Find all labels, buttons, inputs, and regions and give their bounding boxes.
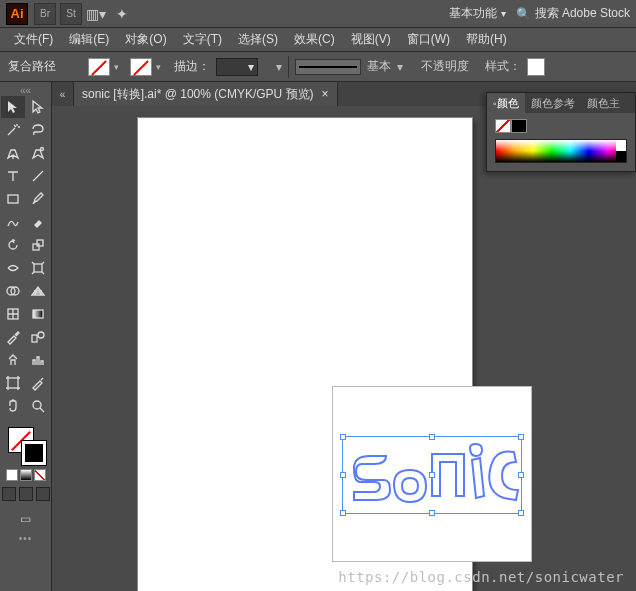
handle-br[interactable] (518, 510, 524, 516)
eraser-tool[interactable] (26, 211, 50, 233)
rotate-tool[interactable] (1, 234, 25, 256)
handle-tl[interactable] (340, 434, 346, 440)
menu-type[interactable]: 文字(T) (175, 28, 230, 51)
arrange-documents-icon[interactable]: ▥▾ (86, 4, 106, 24)
close-icon[interactable]: × (322, 87, 329, 101)
draw-inside[interactable] (36, 487, 50, 501)
curvature-tool[interactable] (26, 142, 50, 164)
selection-bounding-box[interactable] (342, 436, 522, 514)
width-tool[interactable] (1, 257, 25, 279)
handle-ml[interactable] (340, 472, 346, 478)
handle-center[interactable] (429, 472, 435, 478)
stroke-proxy[interactable] (22, 441, 46, 465)
fill-swatch[interactable]: ▾ (88, 58, 110, 76)
lasso-tool[interactable] (26, 119, 50, 141)
variable-width-profile[interactable]: ▾ (276, 60, 282, 74)
color-spectrum[interactable] (495, 139, 627, 163)
tab-color-themes[interactable]: 颜色主 (581, 93, 626, 113)
symbol-sprayer-tool[interactable] (1, 349, 25, 371)
collapse-panels-icon[interactable]: « (52, 82, 74, 106)
scale-tool[interactable] (26, 234, 50, 256)
menu-effect[interactable]: 效果(C) (286, 28, 343, 51)
zoom-tool[interactable] (26, 395, 50, 417)
chevron-down-icon: ▾ (397, 60, 403, 74)
type-tool[interactable] (1, 165, 25, 187)
app-logo-ai: Ai (6, 3, 28, 25)
control-bar: 复合路径 ▾ ▾ 描边： ▾ ▾ 基本▾ 不透明度 样式： (0, 52, 636, 82)
menu-edit[interactable]: 编辑(E) (61, 28, 117, 51)
menu-file[interactable]: 文件(F) (6, 28, 61, 51)
gpu-performance-icon[interactable]: ✦ (112, 4, 132, 24)
artboard-tool[interactable] (1, 372, 25, 394)
svg-rect-3 (37, 240, 43, 246)
menu-view[interactable]: 视图(V) (343, 28, 399, 51)
color-mode-none[interactable] (34, 469, 46, 481)
tab-color[interactable]: 颜色 (487, 93, 525, 113)
handle-bl[interactable] (340, 510, 346, 516)
eyedropper-tool[interactable] (1, 326, 25, 348)
menu-window[interactable]: 窗口(W) (399, 28, 458, 51)
draw-behind[interactable] (19, 487, 33, 501)
edit-toolbar-icon[interactable]: ••• (19, 533, 33, 544)
panel-stroke-swatch[interactable] (511, 119, 527, 133)
stock-search[interactable]: 🔍 搜索 Adobe Stock (516, 5, 630, 22)
column-graph-tool[interactable] (26, 349, 50, 371)
panel-fill-swatch[interactable] (495, 119, 511, 133)
color-mode-solid[interactable] (6, 469, 18, 481)
document-tab[interactable]: sonic [转换].ai* @ 100% (CMYK/GPU 预览) × (74, 82, 338, 106)
handle-tm[interactable] (429, 434, 435, 440)
color-panel-tabs: 颜色 颜色参考 颜色主 (487, 93, 635, 113)
stroke-swatch[interactable]: ▾ (130, 58, 152, 76)
chevron-down-icon: ▾ (501, 8, 506, 19)
svg-point-12 (33, 401, 41, 409)
draw-normal[interactable] (2, 487, 16, 501)
handle-tr[interactable] (518, 434, 524, 440)
spectrum-bw-strip[interactable] (616, 140, 626, 162)
color-mode-row (6, 469, 46, 481)
blend-tool[interactable] (26, 326, 50, 348)
handle-bm[interactable] (429, 510, 435, 516)
search-icon: 🔍 (516, 7, 531, 21)
app-switch-br[interactable]: Br (34, 3, 56, 25)
svg-rect-1 (8, 195, 18, 203)
tab-color-guide[interactable]: 颜色参考 (525, 93, 581, 113)
line-segment-tool[interactable] (26, 165, 50, 187)
tool-panel: «« (0, 82, 52, 591)
brush-definition[interactable] (295, 59, 361, 75)
app-switch-st[interactable]: St (60, 3, 82, 25)
shape-builder-tool[interactable] (1, 280, 25, 302)
handle-mr[interactable] (518, 472, 524, 478)
hand-tool[interactable] (1, 395, 25, 417)
perspective-grid-tool[interactable] (26, 280, 50, 302)
slice-tool[interactable] (26, 372, 50, 394)
menu-select[interactable]: 选择(S) (230, 28, 286, 51)
shaper-tool[interactable] (1, 211, 25, 233)
gradient-tool[interactable] (26, 303, 50, 325)
opacity-label[interactable]: 不透明度 (421, 58, 469, 75)
stroke-weight-field[interactable]: ▾ (216, 58, 258, 76)
color-panel[interactable]: 颜色 颜色参考 颜色主 (486, 92, 636, 172)
brand-bar: Ai Br St ▥▾ ✦ 基本功能 ▾ 🔍 搜索 Adobe Stock (0, 0, 636, 28)
rectangle-tool[interactable] (1, 188, 25, 210)
menu-bar: 文件(F) 编辑(E) 对象(O) 文字(T) 选择(S) 效果(C) 视图(V… (0, 28, 636, 52)
watermark-text: https://blog.csdn.net/sonicwater (338, 569, 624, 585)
selection-tool[interactable] (1, 96, 25, 118)
screen-mode-button[interactable]: ▭ (15, 509, 37, 529)
menu-object[interactable]: 对象(O) (117, 28, 174, 51)
mesh-tool[interactable] (1, 303, 25, 325)
color-mode-gradient[interactable] (20, 469, 32, 481)
menu-help[interactable]: 帮助(H) (458, 28, 515, 51)
svg-rect-2 (33, 244, 39, 250)
canvas[interactable] (52, 106, 636, 591)
fill-stroke-proxy[interactable] (6, 425, 46, 465)
paintbrush-tool[interactable] (26, 188, 50, 210)
workspace-switcher[interactable]: 基本功能 ▾ (449, 5, 506, 22)
graphic-style-swatch[interactable] (527, 58, 545, 76)
svg-rect-4 (34, 264, 42, 272)
draw-mode-row (2, 487, 50, 501)
free-transform-tool[interactable] (26, 257, 50, 279)
direct-selection-tool[interactable] (26, 96, 50, 118)
panel-grip-icon[interactable]: «« (19, 86, 33, 94)
magic-wand-tool[interactable] (1, 119, 25, 141)
pen-tool[interactable] (1, 142, 25, 164)
